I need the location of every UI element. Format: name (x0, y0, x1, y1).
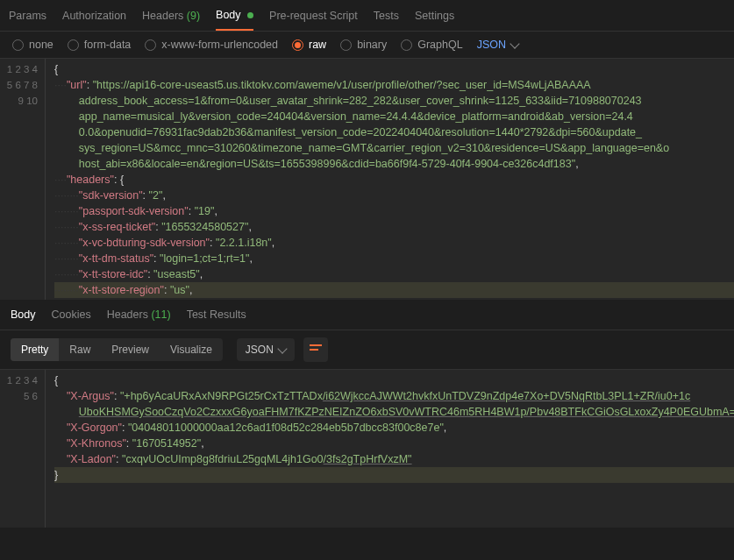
json-key: "x-vc-bdturing-sdk-version" (79, 237, 210, 249)
radio-formdata[interactable]: form-data (68, 39, 132, 51)
radio-formdata-label: form-data (84, 39, 132, 51)
radio-raw[interactable]: raw (292, 39, 326, 51)
radio-none-label: none (29, 39, 53, 51)
request-body-editor[interactable]: 1 2 3 4 5 6 7 8 9 10 { ····"url": "https… (0, 59, 734, 300)
resp-tab-headers-label: Headers (107, 308, 148, 321)
json-val: "us" (170, 284, 189, 296)
radio-icon (340, 39, 352, 51)
resp-tab-headers-count: (11) (151, 308, 170, 321)
view-preview[interactable]: Preview (101, 338, 160, 361)
view-visualize[interactable]: Visualize (160, 338, 223, 361)
json-key: "x-tt-store-idc" (79, 268, 147, 280)
tab-tests[interactable]: Tests (374, 2, 399, 30)
json-val: /3fs2gTpHrfVxzM" (324, 453, 412, 465)
resp-tab-body[interactable]: Body (11, 308, 36, 321)
chevron-down-icon (277, 344, 287, 353)
json-key: "X-Ladon" (67, 453, 116, 465)
request-tabs: Params Authorization Headers (9) Body Pr… (0, 0, 734, 32)
radio-icon (145, 39, 156, 51)
json-val: "19" (195, 205, 215, 217)
json-key: "x-tt-dm-status" (79, 252, 153, 265)
tab-settings[interactable]: Settings (415, 2, 454, 30)
wrap-lines-icon (310, 344, 322, 355)
radio-xwww-label: x-www-form-urlencoded (161, 39, 278, 51)
tab-body[interactable]: Body (216, 1, 253, 31)
json-key: "X-Argus" (67, 390, 114, 402)
response-section: Body Cookies Headers (11) Test Results P… (0, 300, 734, 370)
body-raw-type-label: JSON (477, 39, 506, 51)
radio-binary[interactable]: binary (340, 39, 387, 51)
wrap-lines-button[interactable] (303, 337, 328, 362)
view-raw[interactable]: Raw (59, 338, 101, 361)
modified-dot-icon (247, 12, 253, 18)
json-val-url-cont: address_book_access=1&from=0&user_avatar… (79, 95, 642, 107)
resp-tab-test-results[interactable]: Test Results (187, 308, 246, 321)
radio-none[interactable]: none (12, 39, 53, 51)
json-key: "X-Khronos" (67, 437, 126, 450)
radio-graphql[interactable]: GraphQL (401, 39, 462, 51)
json-val: "2.2.1.i18n" (216, 237, 272, 249)
json-key-headers: "headers" (67, 174, 114, 186)
tab-headers[interactable]: Headers (9) (142, 2, 200, 30)
json-key: "X-Gorgon" (67, 422, 122, 434)
json-val-url-cont: sys_region=US&mcc_mnc=310260&timezone_na… (79, 142, 669, 154)
tab-headers-count: (9) (187, 10, 200, 22)
json-val: "login=1;ct=1;rt=1" (160, 252, 249, 265)
radio-xwww[interactable]: x-www-form-urlencoded (145, 39, 278, 51)
json-val: "04048011000000aa12c6ad1f08d52c284eb5b7d… (128, 422, 444, 434)
view-mode-tabs: Pretty Raw Preview Visualize (11, 338, 223, 361)
json-val: "+hp6yAcaURxAxN9RPGt25rCxTzTTADx (120, 390, 323, 402)
tab-body-label: Body (216, 9, 241, 21)
response-type-select[interactable]: JSON (237, 338, 295, 361)
json-val-url-cont: app_name=musical_ly&version_code=240404&… (79, 110, 633, 123)
json-val: "2" (149, 189, 163, 202)
json-key: "passport-sdk-version" (79, 205, 189, 217)
tab-headers-label: Headers (142, 10, 183, 22)
response-body-editor[interactable]: 1 2 3 4 5 6 { "X-Argus": "+hp6yAcaURxAxN… (0, 370, 734, 528)
editor-gutter: 1 2 3 4 5 6 7 8 9 10 (0, 59, 46, 300)
body-type-row: none form-data x-www-form-urlencoded raw… (0, 32, 734, 59)
chevron-down-icon (510, 39, 519, 48)
body-raw-type-select[interactable]: JSON (477, 39, 518, 51)
json-val: /i62WjkccAJWWt2hvkfxUnTDVZ9nZdp4e7Xo+DV5… (323, 390, 690, 402)
tab-authorization[interactable]: Authorization (62, 2, 126, 30)
json-val: "useast5" (153, 268, 200, 280)
json-val-url-cont: host_abi=x86&locale=en&region=US&ts=1655… (79, 158, 575, 170)
json-val: "1670514952" (132, 437, 201, 450)
response-tabs: Body Cookies Headers (11) Test Results (0, 300, 734, 330)
radio-icon (401, 39, 412, 51)
response-view-row: Pretty Raw Preview Visualize JSON (0, 330, 734, 370)
radio-icon (68, 39, 79, 51)
json-val: "cxqvUOcUImp8g8fdriuL25gqML4jh1Go0 (122, 453, 324, 465)
editor-code[interactable]: { ····"url": "https://api16-core-useast5… (46, 59, 734, 300)
radio-binary-label: binary (357, 39, 387, 51)
json-key: "sdk-version" (79, 189, 143, 202)
json-val-url: "https://api16-core-useast5.us.tiktokv.c… (93, 79, 591, 91)
json-val-url-cont: 0.0&openudid=76931fac9dab2b36&manifest_v… (79, 126, 642, 138)
tab-prerequest[interactable]: Pre-request Script (269, 2, 358, 30)
response-type-label: JSON (246, 344, 274, 356)
json-val: "1655324580527" (161, 221, 248, 233)
resp-tab-headers[interactable]: Headers (11) (107, 308, 171, 321)
radio-raw-label: raw (309, 39, 326, 51)
view-pretty[interactable]: Pretty (11, 338, 59, 361)
tab-params[interactable]: Params (9, 2, 46, 30)
resp-tab-cookies[interactable]: Cookies (52, 308, 91, 321)
json-key: "x-tt-store-region" (79, 284, 164, 296)
json-key: "x-ss-req-ticket" (79, 221, 155, 233)
json-key-url: "url" (67, 79, 87, 91)
editor-gutter: 1 2 3 4 5 6 (0, 370, 46, 528)
json-val-cont: UboKHSMGySooCzqVo2CzxxxG6yoaFHM7fKZPzNEI… (79, 406, 734, 418)
editor-code[interactable]: { "X-Argus": "+hp6yAcaURxAxN9RPGt25rCxTz… (46, 370, 734, 528)
radio-graphql-label: GraphQL (417, 39, 462, 51)
radio-icon (12, 39, 24, 51)
radio-icon (292, 39, 303, 51)
